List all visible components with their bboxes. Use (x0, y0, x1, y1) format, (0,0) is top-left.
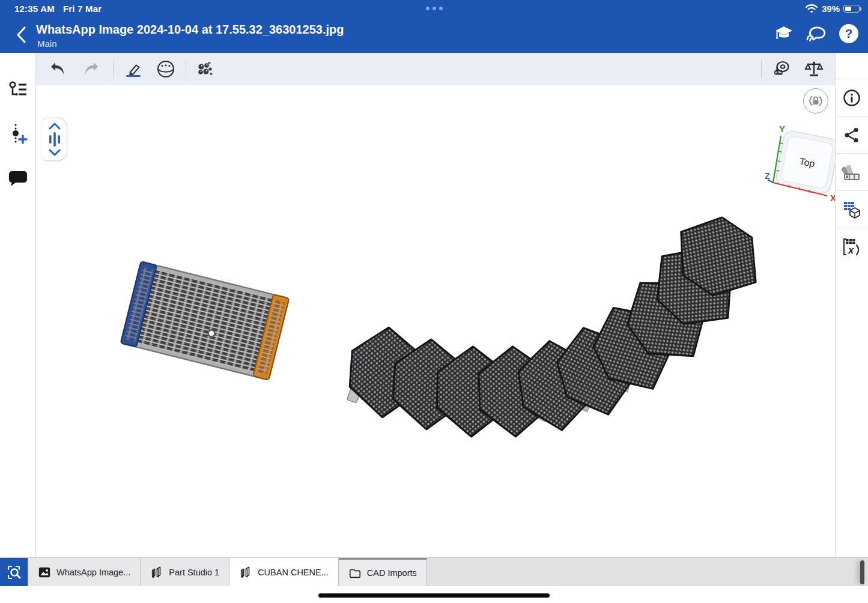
undo-icon[interactable] (47, 58, 70, 80)
app-header: 12:35 AMFri 7 Mar 39% WhatsApp Image 202… (0, 0, 868, 53)
appearance-beads-icon[interactable] (192, 58, 215, 80)
search-tabs-icon (5, 564, 22, 581)
feature-toolbar (36, 53, 835, 85)
part-studio-icon (239, 566, 252, 579)
date-text: Fri 7 Mar (63, 4, 102, 14)
toolbar-divider (761, 60, 762, 78)
rotation-lock-icon (807, 92, 825, 110)
tab-label: CUBAN CHENE... (258, 568, 329, 577)
help-question-glyph: ? (839, 24, 858, 43)
battery-icon (843, 5, 860, 13)
tab-scrollbar[interactable] (860, 560, 864, 584)
share-icon[interactable] (836, 116, 868, 153)
graphics-canvas[interactable]: Top Y X Z (36, 85, 835, 557)
comment-icon[interactable] (6, 167, 30, 191)
image-thumbnail-icon (38, 566, 51, 579)
measure-tape-icon[interactable] (770, 58, 793, 80)
tab-whatsapp-image[interactable]: WhatsApp Image... (28, 558, 141, 586)
folder-icon (348, 566, 362, 580)
part-studio-icon (150, 566, 163, 579)
live-help-icon[interactable] (804, 22, 828, 46)
multitask-dots-icon[interactable] (426, 7, 443, 10)
rollback-up-icon[interactable] (48, 122, 61, 130)
redo-icon[interactable] (79, 58, 102, 80)
origin-marker (208, 330, 215, 337)
view-cube[interactable]: Top Y X Z (760, 123, 835, 204)
home-indicator[interactable] (318, 593, 550, 598)
status-bar: 12:35 AMFri 7 Mar 39% (0, 0, 868, 17)
toolbar-divider (113, 60, 114, 78)
workspace-name[interactable]: Main (37, 38, 57, 49)
z-axis-label: Z (765, 171, 770, 181)
tab-cad-imports[interactable]: CAD Imports (339, 558, 427, 586)
rollback-bar-control[interactable] (42, 118, 67, 161)
mass-properties-icon[interactable] (803, 58, 825, 80)
tab-cuban-chene[interactable]: CUBAN CHENE... (229, 558, 339, 586)
tab-search-button[interactable] (0, 558, 28, 586)
y-axis-label: Y (779, 124, 785, 134)
clock-text: 12:35 AM (14, 4, 55, 14)
cad-model-mesh-plate[interactable] (121, 261, 289, 380)
tab-label: Part Studio 1 (169, 568, 219, 577)
cad-model-cuban-chain[interactable] (347, 203, 775, 438)
add-feature-icon[interactable] (6, 123, 30, 147)
battery-percent-text: 39% (822, 4, 840, 14)
tab-label: WhatsApp Image... (56, 568, 130, 577)
x-axis-label: X (830, 193, 835, 203)
back-button[interactable] (11, 23, 31, 47)
learning-cap-icon[interactable] (772, 22, 796, 46)
tab-label: CAD Imports (367, 568, 417, 578)
toolbar-divider (186, 60, 186, 78)
right-sidebar: x (835, 53, 868, 557)
title-bar: WhatsApp Image 2024-10-04 at 17.55.32_36… (0, 17, 868, 53)
configurations-icon[interactable] (836, 190, 868, 228)
variables-icon[interactable]: x (836, 228, 868, 265)
tab-part-studio-1[interactable]: Part Studio 1 (141, 558, 229, 586)
document-title: WhatsApp Image 2024-10-04 at 17.55.32_36… (36, 23, 344, 37)
appearance-swatches-icon[interactable] (836, 153, 868, 190)
document-tab-bar: WhatsApp Image... Part Studio 1 CUBAN CH… (0, 557, 868, 586)
sphere-tool-icon[interactable] (154, 58, 177, 80)
svg-text:x: x (848, 244, 855, 256)
rollback-down-icon[interactable] (48, 148, 61, 157)
left-sidebar (0, 53, 36, 557)
rotation-lock-button[interactable] (803, 88, 828, 114)
help-icon[interactable]: ? (837, 22, 861, 46)
feature-list-icon[interactable] (6, 78, 30, 102)
right-rail-spacer (836, 53, 868, 79)
onshape-app: 12:35 AMFri 7 Mar 39% WhatsApp Image 202… (0, 0, 868, 603)
info-icon[interactable] (836, 79, 868, 116)
sketch-pencil-icon[interactable] (122, 58, 145, 80)
status-time-date: 12:35 AMFri 7 Mar (14, 4, 102, 14)
wifi-icon (805, 3, 818, 14)
rollback-handle-icon[interactable] (47, 132, 62, 147)
bottom-strip (0, 586, 868, 603)
model-viewport (36, 85, 835, 557)
